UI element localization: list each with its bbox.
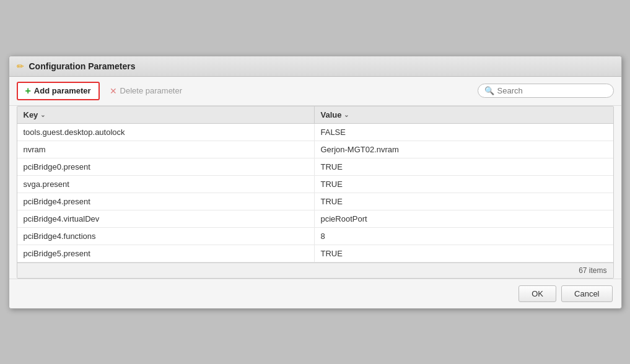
x-icon: ✕ [110,86,117,96]
column-header-value: Value ⌄ [315,106,613,123]
delete-parameter-label: Delete parameter [120,86,182,95]
table-row[interactable]: nvram Gerjon-MGT02.nvram [17,141,613,158]
cancel-button[interactable]: Cancel [561,285,612,302]
table-header: Key ⌄ Value ⌄ [17,106,613,124]
cell-value: TRUE [315,245,613,262]
pencil-icon: ✏ [17,61,24,71]
cell-key: pciBridge4.functions [17,228,315,245]
cell-value: 8 [315,228,613,245]
table-footer: 67 items [17,262,613,278]
cell-value: pcieRootPort [315,210,613,227]
cell-key: pciBridge4.present [17,193,315,210]
search-input[interactable] [497,86,607,95]
dialog-title-bar: ✏ Configuration Parameters [9,56,621,77]
table-row[interactable]: pciBridge0.present TRUE [17,158,613,176]
parameters-table: Key ⌄ Value ⌄ tools.guest.desktop.autolo… [17,106,614,279]
cell-value: TRUE [315,176,613,193]
item-count: 67 items [579,266,606,275]
table-row[interactable]: pciBridge4.functions 8 [17,228,613,245]
search-icon: 🔍 [484,86,494,95]
cell-key: nvram [17,141,315,158]
add-parameter-button[interactable]: + Add parameter [17,82,100,100]
table-body: tools.guest.desktop.autolock FALSE nvram… [17,124,613,262]
cell-key: pciBridge5.present [17,245,315,262]
table-row[interactable]: pciBridge4.virtualDev pcieRootPort [17,210,613,228]
column-header-key: Key ⌄ [17,106,315,123]
cell-key: pciBridge4.virtualDev [17,210,315,227]
delete-parameter-button[interactable]: ✕ Delete parameter [102,83,190,99]
table-row[interactable]: pciBridge4.present TRUE [17,193,613,210]
table-row[interactable]: svga.present TRUE [17,176,613,193]
toolbar: + Add parameter ✕ Delete parameter 🔍 [9,77,621,106]
cell-key: svga.present [17,176,315,193]
ok-button[interactable]: OK [518,285,556,302]
dialog-footer: OK Cancel [9,279,621,308]
table-row[interactable]: pciBridge5.present TRUE [17,245,613,262]
cell-value: TRUE [315,193,613,210]
key-sort-icon[interactable]: ⌄ [40,111,45,118]
add-parameter-label: Add parameter [34,86,91,95]
cell-value: Gerjon-MGT02.nvram [315,141,613,158]
plus-icon: + [25,86,31,96]
search-box: 🔍 [478,84,614,98]
cell-key: pciBridge0.present [17,158,315,175]
cell-value: TRUE [315,158,613,175]
cell-key: tools.guest.desktop.autolock [17,124,315,141]
table-row[interactable]: tools.guest.desktop.autolock FALSE [17,124,613,141]
cell-value: FALSE [315,124,613,141]
dialog-title-text: Configuration Parameters [29,61,136,71]
configuration-dialog: ✏ Configuration Parameters + Add paramet… [9,56,622,309]
value-sort-icon[interactable]: ⌄ [344,111,349,118]
